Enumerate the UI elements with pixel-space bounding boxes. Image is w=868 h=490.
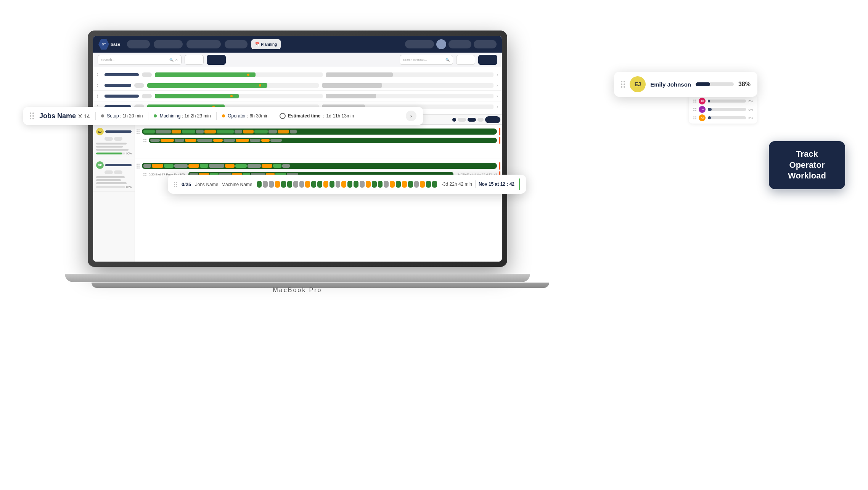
op-ej-progress-bar (96, 153, 125, 154)
machining-stat: Machining : 1d 2h 23 min (154, 113, 211, 119)
job-detail-timing: -3d 22h 42 min Nov 15 at 12 : 42 (442, 180, 514, 188)
drag-handle[interactable] (97, 84, 101, 87)
macbook-label: MacBook Pro (273, 287, 322, 294)
operator-ej-row: EJ (93, 125, 135, 158)
op-ej-header: EJ (96, 128, 132, 135)
nav-item-4[interactable] (225, 40, 248, 48)
op-ej-toggle2[interactable] (114, 137, 122, 141)
search-bar[interactable]: Search... 🔍 ✕ (98, 55, 182, 65)
op-emily-bar (696, 82, 734, 86)
nav-right-item3[interactable] (474, 40, 497, 48)
nav-item-1[interactable] (127, 40, 150, 48)
ej-top-bar-container (137, 128, 500, 135)
mp2-drag[interactable] (143, 173, 146, 176)
nav-right-item2[interactable] (448, 40, 471, 48)
row-toggle[interactable] (142, 94, 152, 98)
table-row[interactable]: › (93, 69, 502, 80)
clear-icon[interactable]: ✕ (175, 58, 178, 62)
row-arrow[interactable]: › (497, 93, 498, 99)
op-ej-toggle1[interactable] (104, 137, 113, 141)
op-jc-label: 0% (748, 100, 753, 103)
op-ej-progress-label: 90% (126, 152, 132, 155)
tooltip-arrow-btn[interactable]: › (406, 111, 416, 121)
op-mp-lines (96, 176, 132, 184)
op-ej-avatar: EJ (96, 128, 104, 135)
op-iw-fill (708, 108, 712, 111)
setup-stat: Setup : 1h 20 min (101, 113, 143, 119)
nav-right-item1[interactable] (405, 40, 434, 48)
op-ej-lines (96, 143, 132, 151)
op-iw-avatar: IW (699, 106, 706, 113)
main-content: › (93, 67, 502, 262)
ej2-drag[interactable] (143, 139, 146, 142)
search-input[interactable]: Search... (101, 58, 168, 62)
nav-planning-tab[interactable]: 📅 Planning (251, 39, 281, 49)
view-btn-2[interactable] (207, 55, 226, 65)
nav-item-3[interactable] (186, 40, 221, 48)
row-arrow[interactable]: › (497, 72, 498, 77)
drag-handle[interactable] (97, 95, 101, 98)
ej-second-bar (149, 138, 497, 143)
row-name (104, 73, 139, 76)
table-row[interactable]: › (93, 80, 502, 91)
job-detail-info: 0/25 Jobs Name Machine Name (182, 181, 252, 188)
op-mp-controls (104, 170, 132, 174)
op-mp-progress: 00% (96, 186, 132, 188)
op-mp-toggle2[interactable] (114, 170, 122, 174)
view-toggle[interactable] (478, 55, 497, 65)
op-mp-toggle1[interactable] (104, 170, 113, 174)
mp-overload-indicator (499, 162, 500, 170)
tooltip-drag-handle[interactable] (30, 112, 34, 119)
timebar-oval3 (477, 118, 484, 122)
row-timeline-2 (322, 83, 493, 88)
search-icon: 🔍 (169, 58, 174, 62)
row-timeline (147, 83, 319, 88)
job-detail-popup: 0/25 Jobs Name Machine Name (168, 175, 526, 194)
timebar-active-pill[interactable] (485, 116, 500, 123)
op-emily-name: Emily Johnson (650, 81, 691, 88)
view-btn-1[interactable] (185, 55, 204, 65)
nav-item-2[interactable] (154, 40, 183, 48)
op-x3-label: 0% (748, 116, 753, 120)
estimated-time: Estimated time : 1d 11h 13min (280, 113, 354, 119)
divider-4 (274, 112, 274, 120)
ej2-overload-indicator (499, 137, 500, 144)
scene: JIT base 📅 Planning (0, 0, 868, 490)
mp-drag[interactable] (137, 164, 140, 169)
op-emily-percent: 38% (738, 81, 751, 88)
row-arrow[interactable]: › (497, 83, 498, 88)
track-operator-workload-btn[interactable]: Track Operator Workload (769, 141, 845, 189)
op-x3-bar (708, 116, 746, 119)
laptop-screen: JIT base 📅 Planning (93, 36, 502, 262)
drag-handle[interactable] (97, 73, 101, 76)
op-emily-bar-fill (696, 82, 710, 86)
jobs-tooltip-bar: Jobs Name X 14 Setup : 1h 20 min Machini… (23, 107, 423, 125)
filter-btn[interactable] (456, 55, 475, 65)
job-detail-drag[interactable] (174, 182, 177, 187)
timebar-oval1 (458, 118, 466, 122)
right-search[interactable]: search operator... 🔍 (400, 55, 453, 65)
op-mp-name (105, 164, 132, 166)
timebar-circle[interactable] (452, 118, 456, 122)
row-name (104, 84, 131, 87)
row-timeline-2 (326, 94, 493, 98)
gantt-ej-visual (135, 125, 502, 159)
op-x3-avatar: X3 (699, 114, 706, 121)
nav-logo: JIT base (98, 39, 120, 50)
laptop-base (65, 274, 530, 282)
row-arrow[interactable]: › (497, 104, 498, 109)
row-toggle[interactable] (142, 72, 152, 77)
row-timeline-2 (326, 72, 493, 77)
row-timeline (155, 94, 323, 98)
op-ej-controls (104, 137, 132, 141)
op-mp-avatar: MP (96, 161, 104, 169)
mp-top-bar-container (137, 162, 500, 170)
nav-avatar[interactable] (436, 39, 446, 49)
ej-drag[interactable] (137, 129, 140, 134)
op-popup-drag[interactable] (621, 81, 625, 88)
app-chrome: JIT base 📅 Planning (93, 36, 502, 262)
op-ej-progress: 90% (96, 152, 132, 155)
ej-overload-indicator (499, 128, 500, 135)
row-toggle[interactable] (134, 83, 144, 88)
table-row[interactable]: › (93, 91, 502, 101)
